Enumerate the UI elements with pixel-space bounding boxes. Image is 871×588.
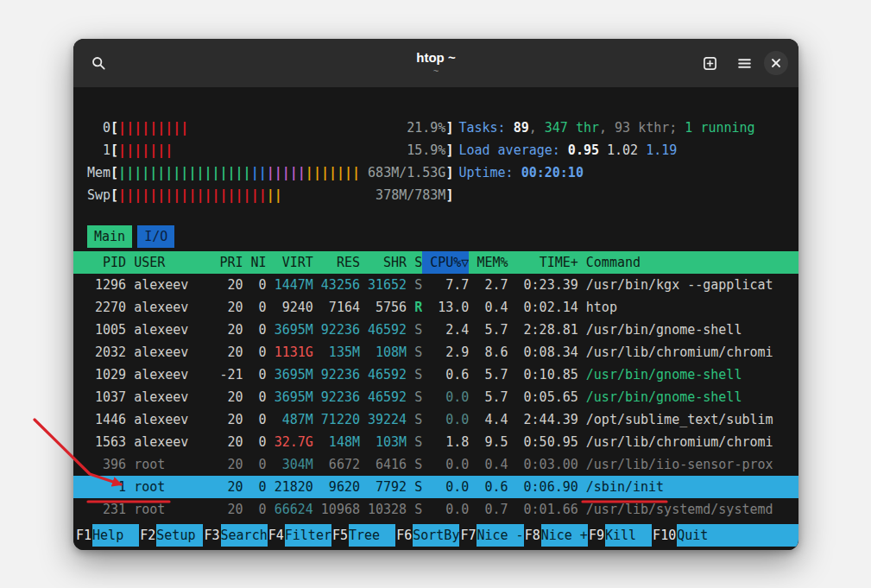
process-cell-ni: 0 [243, 364, 267, 386]
tab-main[interactable]: Main [87, 225, 132, 248]
process-cell-s: S [407, 341, 422, 364]
process-cell-res: 9620 [313, 476, 360, 498]
process-row-1005[interactable]: 1005alexeev2003695M9223646592S2.45.72:28… [73, 319, 798, 341]
process-cell-shr: 10328 [360, 498, 407, 521]
process-cell-shr: 39224 [360, 408, 407, 431]
process-row-231[interactable]: 231root200666241096810328S0.00.70:01.66/… [73, 498, 798, 521]
column-header-user[interactable]: USER [134, 251, 211, 274]
process-cell-pri: 20 [211, 386, 243, 408]
meter-swp: Swp[|||||||||||||||||||||378M/783M] [87, 184, 453, 206]
process-cell-cpu: 0.6 [422, 364, 469, 386]
process-cell-s: S [407, 408, 422, 431]
process-cell-user: alexeev [134, 274, 211, 296]
fkey-f8[interactable]: F8Nice + [524, 524, 588, 547]
process-cell-virt: 487M [267, 408, 313, 431]
column-header-s[interactable]: S [407, 251, 422, 274]
process-cell-res: 10968 [313, 498, 360, 521]
close-icon [771, 58, 781, 68]
process-row-2032[interactable]: 2032alexeev2001131G135M108MS2.98.60:08.3… [73, 341, 798, 364]
htop-header: 0[|||||||||21.9%]1[|||||||15.9%]Mem[||||… [73, 117, 798, 206]
process-cell-ni: 0 [243, 408, 267, 431]
process-cell-ni: 0 [243, 386, 267, 408]
process-cell-virt: 3695M [267, 386, 313, 408]
process-cell-shr: 46592 [360, 386, 407, 408]
process-cell-pri: 20 [211, 476, 243, 498]
process-cell-mem: 5.7 [469, 364, 508, 386]
process-cell-shr: 6416 [360, 453, 407, 476]
process-row-1446[interactable]: 1446alexeev200487M7122039224S0.04.42:44.… [73, 408, 798, 431]
process-cell-command: /usr/lib/chromium/chromi [586, 341, 785, 364]
process-cell-ni: 0 [243, 296, 267, 319]
process-row-1037[interactable]: 1037alexeev2003695M9223646592S0.05.70:05… [73, 386, 798, 408]
column-header-time[interactable]: TIME+ [508, 251, 578, 274]
fkey-f5[interactable]: F5Tree [331, 524, 395, 547]
process-cell-pid: 2270 [87, 296, 126, 319]
fkey-f7[interactable]: F7Nice - [459, 524, 523, 547]
fkey-f1[interactable]: F1Help [75, 524, 139, 547]
new-tab-button[interactable] [695, 48, 724, 78]
process-cell-command: /usr/bin/kgx --gapplicat [586, 274, 785, 296]
tab-io[interactable]: I/O [137, 225, 174, 248]
process-cell-pri: 20 [211, 274, 243, 296]
desktop-background: { "window": { "title": "htop ~", "subtit… [0, 0, 871, 588]
search-icon [92, 56, 106, 71]
process-row-1296[interactable]: 1296alexeev2001447M4325631652S7.72.70:23… [73, 274, 798, 296]
process-cell-cpu: 13.0 [422, 296, 469, 319]
column-header-shr[interactable]: SHR [360, 251, 407, 274]
process-cell-command: /usr/bin/gnome-shell [586, 386, 785, 408]
process-cell-command: /usr/lib/iio-sensor-prox [586, 453, 785, 476]
column-header-command[interactable]: Command [586, 251, 785, 274]
column-header-mem[interactable]: MEM% [469, 251, 508, 274]
column-header-pri[interactable]: PRI [211, 251, 243, 274]
fkey-f4[interactable]: F4Filter [268, 524, 331, 547]
window-title: htop ~ [416, 50, 455, 65]
meter-cpu0: 0[|||||||||21.9%] [87, 117, 453, 139]
process-row-2270[interactable]: 2270alexeev200924071645756R13.00.40:02.1… [73, 296, 798, 319]
process-cell-time: 0:02.14 [508, 296, 578, 319]
process-cell-mem: 0.4 [469, 453, 508, 476]
process-cell-ni: 0 [243, 498, 267, 521]
process-cell-ni: 0 [243, 341, 267, 364]
process-cell-pid: 1296 [87, 274, 126, 296]
process-row-1029[interactable]: 1029alexeev-2103695M9223646592S0.65.70:1… [73, 364, 798, 386]
process-cell-res: 135M [313, 341, 360, 364]
column-header-pid[interactable]: PID [87, 251, 126, 274]
menu-button[interactable] [729, 48, 759, 78]
process-cell-virt: 304M [267, 453, 313, 476]
fkey-f6[interactable]: F6SortBy [395, 524, 459, 547]
menu-icon [737, 56, 752, 71]
process-cell-mem: 4.4 [469, 408, 508, 431]
close-button[interactable] [764, 51, 788, 75]
process-row-1563[interactable]: 1563alexeev20032.7G148M103MS1.89.50:50.9… [73, 431, 798, 453]
fkey-f3[interactable]: F3Search [203, 524, 267, 547]
fkey-f2[interactable]: F2Setup [139, 524, 203, 547]
process-cell-time: 0:03.00 [508, 453, 578, 476]
process-cell-pri: 20 [211, 296, 243, 319]
column-header-cpu[interactable]: CPU%▽ [422, 251, 469, 274]
process-cell-cpu: 7.7 [422, 274, 469, 296]
fkey-f9[interactable]: F9Kill [588, 524, 652, 547]
fkey-f10[interactable]: F10Quit [652, 524, 798, 547]
process-cell-s: S [407, 498, 422, 521]
process-cell-s: S [407, 274, 422, 296]
column-header-res[interactable]: RES [313, 251, 360, 274]
column-header-ni[interactable]: NI [243, 251, 267, 274]
process-row-396[interactable]: 396root200304M66726416S0.00.40:03.00/usr… [73, 453, 798, 476]
process-cell-shr: 46592 [360, 364, 407, 386]
process-cell-mem: 0.6 [469, 476, 508, 498]
process-cell-command: /opt/sublime_text/sublim [586, 408, 785, 431]
process-cell-pid: 1037 [87, 386, 126, 408]
process-cell-time: 0:05.65 [508, 386, 578, 408]
process-cell-ni: 0 [243, 274, 267, 296]
process-cell-ni: 0 [243, 476, 267, 498]
process-cell-s: R [407, 296, 422, 319]
process-cell-pri: 20 [211, 319, 243, 341]
process-row-1[interactable]: 1root2002182096207792S0.00.60:06.90/sbin… [73, 476, 798, 498]
process-cell-res: 92236 [313, 364, 360, 386]
process-cell-pid: 1 [87, 476, 126, 498]
column-header-virt[interactable]: VIRT [267, 251, 313, 274]
search-button[interactable] [84, 48, 113, 78]
process-cell-pid: 1563 [87, 431, 126, 453]
process-cell-user: alexeev [134, 386, 211, 408]
process-cell-user: alexeev [134, 296, 211, 319]
